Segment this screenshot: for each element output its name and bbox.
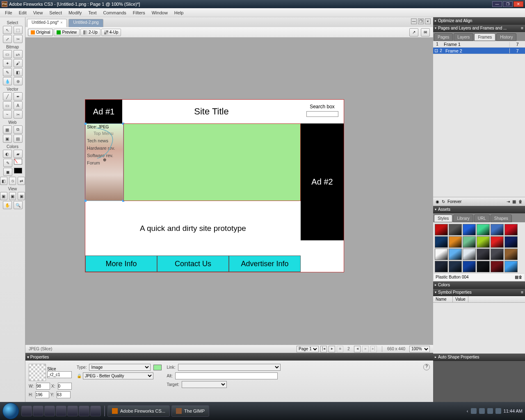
style-swatch[interactable] [477,261,490,272]
wand-tool[interactable]: ✦ [3,59,12,67]
show-slices-tool[interactable]: ▤ [14,135,23,143]
style-swatch[interactable] [463,224,476,235]
screen-mode3[interactable]: ▣ [18,192,25,200]
new-style-icon[interactable]: ▦ [515,275,518,279]
view-2up[interactable]: 2-Up [80,29,100,36]
menu-view[interactable]: View [30,9,46,16]
quick-launch-icon[interactable] [44,406,55,416]
fill-swatch[interactable]: ◼ [3,168,12,176]
tab-history[interactable]: History [496,33,516,41]
tray-icon[interactable] [495,408,501,414]
prev-frame-button[interactable]: ◂ [354,346,361,352]
pencil-tool[interactable]: ✎ [3,68,12,76]
quick-launch-icon[interactable] [33,406,43,416]
help-icon[interactable]: ? [423,364,430,370]
slice-color[interactable] [153,365,162,370]
screen-mode1[interactable]: ▣ [0,192,7,200]
pen-tool[interactable]: ✒ [14,92,23,100]
style-swatch[interactable] [491,236,504,248]
page-select[interactable]: Page 1 [297,346,319,352]
quick-launch-icon[interactable] [56,406,66,416]
stop-button[interactable]: ■ [337,346,343,352]
crop-tool[interactable]: ✂ [14,35,23,43]
frame-row[interactable]: 1 Frame 1 7 [433,41,525,48]
mail-icon[interactable]: ✉ [421,28,430,37]
screen-mode2[interactable]: ▣ [9,192,16,200]
doc-minimize[interactable]: — [411,18,417,24]
style-swatch[interactable] [449,224,462,235]
menu-modify[interactable]: Modify [65,9,85,16]
brush-tool[interactable]: 🖌 [14,59,23,67]
colors-panel-header[interactable]: ▸Colors [433,281,525,289]
style-swatch[interactable] [435,224,448,235]
style-swatch[interactable] [449,236,462,248]
loop-icon[interactable]: ↻ [442,199,445,204]
style-swatch[interactable] [491,224,504,235]
marquee-tool[interactable]: ▭ [3,50,12,58]
next-frame-button[interactable]: ▸ [362,346,369,352]
doc-tab-active[interactable]: Untitled-1.png*× [27,19,67,27]
style-swatch[interactable] [477,224,490,235]
view-4up[interactable]: 4-Up [101,29,121,36]
knife-tool[interactable]: ✂ [14,110,23,119]
canvas[interactable]: Ad #1 Site Title Search box Slice: JPEG … [85,99,344,272]
frame-row-selected[interactable]: ⊡ 2 Frame 2 7 [433,48,525,54]
menu-filters[interactable]: Filters [130,9,148,16]
style-swatch[interactable] [435,249,448,260]
view-preview[interactable]: Preview [54,29,80,36]
menu-commands[interactable]: Commands [100,9,130,16]
style-swatch[interactable] [477,249,490,260]
menu-file[interactable]: File [2,9,16,16]
maximize-button[interactable]: ❐ [503,1,513,7]
subselect-tool[interactable]: ⬚ [14,26,23,34]
style-swatch[interactable] [435,236,448,248]
pointer-tool[interactable]: ↖ [3,26,12,34]
menu-select[interactable]: Select [46,9,65,16]
tray-icon[interactable] [471,408,477,414]
canvas-scroll[interactable]: Ad #1 Site Title Search box Slice: JPEG … [25,38,433,345]
new-frame-icon[interactable]: ▦ [512,199,516,204]
tab-library[interactable]: Library [453,215,473,222]
y-input[interactable] [57,391,71,398]
doc-close[interactable]: × [425,18,431,24]
pages-panel-header[interactable]: ▾Pages and Layers and Frames and ...≡ [433,25,525,32]
onion-toggle-icon[interactable]: ◉ [436,199,439,204]
width-input[interactable] [36,383,50,390]
assets-panel-header[interactable]: ▾Assets [433,206,525,213]
no-color[interactable]: ⦸ [9,177,16,185]
tab-layers[interactable]: Layers [454,33,473,41]
properties-header[interactable]: ▾ Properties [25,353,433,361]
style-swatch[interactable] [491,249,504,260]
clock[interactable]: 11:44 AM [504,409,523,413]
fill-color[interactable] [14,168,22,173]
style-swatch[interactable] [449,261,462,272]
style-swatch[interactable] [504,236,518,248]
distribute-icon[interactable]: ⇥ [507,199,510,204]
link-select[interactable] [178,364,281,371]
alt-input[interactable] [175,372,278,379]
zoom-tool[interactable]: 🔍 [14,201,23,209]
style-swatch[interactable] [463,261,476,272]
tab-url[interactable]: URL [474,215,490,222]
symbol-props-header[interactable]: ▾Symbol Properties≡ [433,289,525,296]
hand-tool[interactable]: ✋ [3,201,12,209]
type-select[interactable]: Image [89,364,151,371]
tab-frames[interactable]: Frames [474,33,495,41]
quick-launch-icon[interactable] [21,406,32,416]
quick-launch-icon[interactable] [90,406,101,416]
slice-region[interactable]: Slice: JPEG Top Menu Tech news Hardware … [85,123,123,201]
style-swatch[interactable] [435,261,448,272]
eyedropper-tool[interactable]: ◐ [3,150,12,158]
tab-styles[interactable]: Styles [434,215,452,222]
loop-forever[interactable]: Forever [447,199,461,204]
first-frame-button[interactable]: |◂ [320,346,327,352]
close-button[interactable]: ✕ [514,1,523,7]
menu-text[interactable]: Text [85,9,100,16]
optimize-panel-header[interactable]: ▸Optimize and Align [433,17,525,25]
export-icon[interactable]: ↗ [409,28,418,37]
tab-pages[interactable]: Pages [434,33,453,41]
search-input[interactable] [306,111,338,117]
style-swatch[interactable] [463,249,476,260]
freeform-tool[interactable]: ~ [3,110,12,119]
minimize-button[interactable]: — [492,1,502,7]
